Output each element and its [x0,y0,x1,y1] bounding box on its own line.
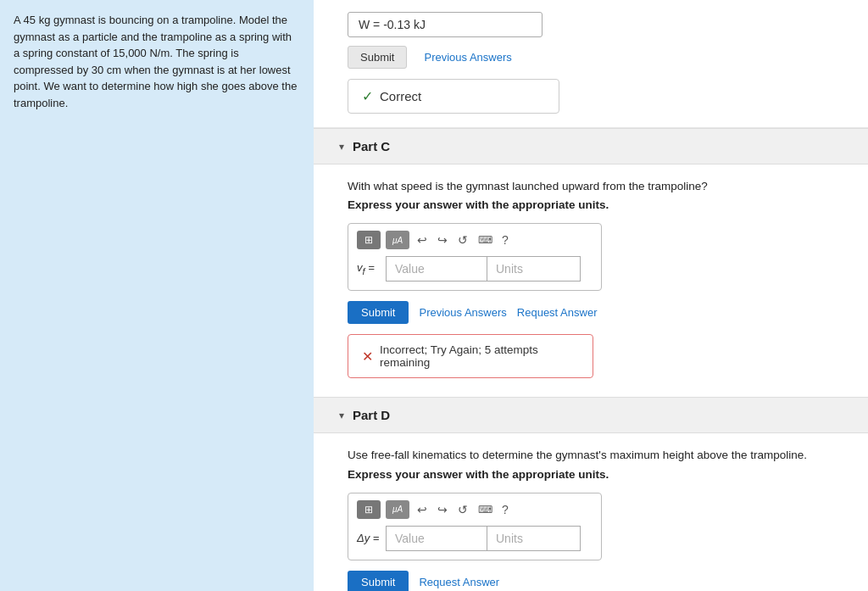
main-content: Submit Previous Answers ✓ Correct ▾ Part… [314,0,868,591]
part-c-units-input[interactable] [487,256,581,282]
part-d-body: Use free-fall kinematics to determine th… [314,433,868,591]
mu-button-d[interactable]: μA [386,500,409,519]
part-d-widget: ⊞ μA ↩ ↪ ↺ ⌨ ? Δy = [348,493,602,560]
help-button-c[interactable]: ? [502,233,509,247]
grid-button-c[interactable]: ⊞ [357,231,381,249]
previous-answers-link-c[interactable]: Previous Answers [419,306,506,319]
part-c-input-row: vf = [357,256,593,282]
redo-button-c[interactable]: ↪ [435,231,450,248]
undo-button-d[interactable]: ↩ [415,501,430,518]
problem-text: A 45 kg gymnast is bouncing on a trampol… [14,12,300,111]
request-answer-link-c[interactable]: Request Answer [517,306,598,319]
part-c-value-input[interactable] [386,256,487,282]
part-d-question: Use free-fall kinematics to determine th… [348,447,834,464]
x-icon-c: ✕ [362,348,373,365]
part-c-toolbar: ⊞ μA ↩ ↪ ↺ ⌨ ? [357,231,593,249]
answer-section: Submit Previous Answers ✓ Correct [314,0,868,128]
mu-button-c[interactable]: μA [386,231,409,249]
previous-answers-link-top[interactable]: Previous Answers [424,51,511,64]
part-d-input-row: Δy = [357,526,593,551]
keyboard-button-c[interactable]: ⌨ [476,232,495,248]
refresh-button-c[interactable]: ↺ [455,231,470,248]
sidebar: A 45 kg gymnast is bouncing on a trampol… [0,0,314,591]
part-d-section: ▾ Part D Use free-fall kinematics to det… [314,397,868,591]
mu-icon-c: μA [392,236,403,245]
grid-button-d[interactable]: ⊞ [357,500,381,519]
request-answer-link-d[interactable]: Request Answer [419,576,499,588]
part-c-arrow: ▾ [339,141,344,153]
part-c-label: Part C [353,139,390,153]
part-d-value-input[interactable] [386,526,487,551]
refresh-button-d[interactable]: ↺ [455,501,470,518]
part-d-label: Part D [353,408,390,422]
part-c-header[interactable]: ▾ Part C [314,129,868,164]
check-icon: ✓ [362,88,373,104]
part-d-header[interactable]: ▾ Part D [314,398,868,433]
part-c-widget: ⊞ μA ↩ ↪ ↺ ⌨ ? vf = [348,223,602,291]
undo-button-c[interactable]: ↩ [415,231,430,248]
answer-input[interactable] [348,12,542,37]
help-button-d[interactable]: ? [502,503,509,516]
part-d-toolbar: ⊞ μA ↩ ↪ ↺ ⌨ ? [357,500,593,519]
part-d-input-label: Δy = [357,532,381,544]
answer-input-row [348,12,834,37]
mu-icon-d: μA [392,505,403,514]
incorrect-box-c: ✕ Incorrect; Try Again; 5 attempts remai… [348,334,593,378]
redo-button-d[interactable]: ↪ [435,501,450,518]
part-d-units-input[interactable] [487,526,581,551]
part-c-body: With what speed is the gymnast launched … [314,164,868,395]
submit-button-top[interactable]: Submit [348,46,407,69]
part-c-section: ▾ Part C With what speed is the gymnast … [314,128,868,395]
correct-label: Correct [380,89,421,103]
submit-button-d[interactable]: Submit [348,571,409,592]
incorrect-text-c: Incorrect; Try Again; 5 attempts remaini… [380,343,579,369]
part-d-submit-row: Submit Request Answer [348,571,834,592]
part-d-express: Express your answer with the appropriate… [348,468,834,481]
part-c-submit-row: Submit Previous Answers Request Answer [348,301,834,324]
part-c-express: Express your answer with the appropriate… [348,198,834,211]
grid-icon-d: ⊞ [364,504,373,516]
part-c-subscript: f [363,266,365,276]
keyboard-button-d[interactable]: ⌨ [476,502,495,517]
correct-box: ✓ Correct [348,79,559,114]
part-c-input-label: vf = [357,261,381,276]
grid-icon-c: ⊞ [364,234,373,246]
part-c-question: With what speed is the gymnast launched … [348,178,834,195]
part-d-arrow: ▾ [339,410,344,421]
submit-button-c[interactable]: Submit [348,301,409,324]
